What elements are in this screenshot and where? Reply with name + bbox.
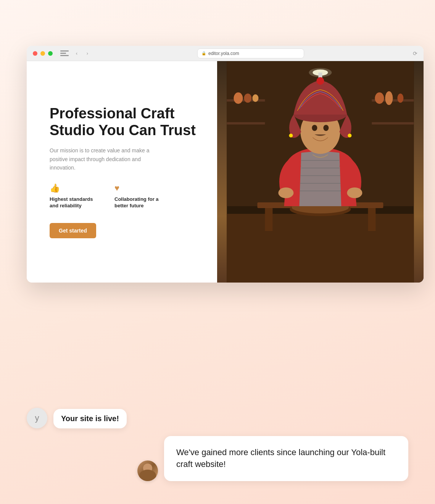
svg-point-11 <box>253 94 259 102</box>
close-button[interactable] <box>33 51 37 56</box>
address-bar-wrap: 🔒 editor.yola.com <box>95 48 407 58</box>
features-row: 👍 Highest standards and reliability ♥ Co… <box>50 183 198 209</box>
forward-button[interactable]: › <box>83 49 92 58</box>
reload-button[interactable]: ⟳ <box>413 50 417 57</box>
svg-point-32 <box>312 125 317 131</box>
browser-window: ‹ › 🔒 editor.yola.com ⟳ Professional Cra… <box>27 46 424 283</box>
svg-point-36 <box>289 134 293 137</box>
pottery-hero-image <box>217 61 424 283</box>
heart-icon: ♥ <box>114 183 164 193</box>
chat-row-2: We've gained more clients since launchin… <box>27 436 408 481</box>
yola-avatar: y <box>27 408 47 428</box>
svg-rect-18 <box>368 208 376 231</box>
chat-section: y Your site is live! We've gained more c… <box>27 408 408 481</box>
thumbs-up-icon: 👍 <box>50 183 99 193</box>
chat-bubble-2-text: We've gained more clients since launchin… <box>176 447 385 469</box>
browser-nav: ‹ › <box>60 49 92 58</box>
url-text: editor.yola.com <box>208 51 239 56</box>
website-left-panel: Professional Craft Studio You Can Trust … <box>27 61 217 283</box>
back-button[interactable]: ‹ <box>72 49 81 58</box>
lock-icon: 🔒 <box>201 51 206 55</box>
svg-point-28 <box>279 187 294 198</box>
svg-point-33 <box>324 125 329 131</box>
minimize-button[interactable] <box>40 51 45 56</box>
get-started-button[interactable]: Get started <box>50 223 96 238</box>
svg-point-29 <box>347 187 362 198</box>
hero-title: Professional Craft Studio You Can Trust <box>50 105 198 139</box>
sidebar-toggle-button[interactable] <box>60 50 69 57</box>
website-right-panel <box>217 61 424 283</box>
svg-point-35 <box>317 77 324 85</box>
address-bar[interactable]: 🔒 editor.yola.com <box>197 48 304 58</box>
svg-point-9 <box>234 92 243 104</box>
browser-titlebar: ‹ › 🔒 editor.yola.com ⟳ <box>27 46 424 61</box>
chat-bubble-1-text: Your site is live! <box>61 414 119 423</box>
svg-rect-17 <box>265 208 273 231</box>
chat-row-1: y Your site is live! <box>27 408 408 428</box>
feature-item-standards: 👍 Highest standards and reliability <box>50 183 99 209</box>
svg-point-37 <box>348 134 352 137</box>
svg-point-14 <box>398 94 404 103</box>
chat-bubble-1: Your site is live! <box>53 409 127 428</box>
svg-point-10 <box>244 94 252 103</box>
svg-rect-15 <box>227 214 414 283</box>
svg-point-4 <box>309 68 332 77</box>
svg-rect-8 <box>372 122 414 124</box>
svg-rect-7 <box>227 122 265 124</box>
svg-point-13 <box>385 91 393 105</box>
pottery-illustration <box>217 61 424 283</box>
hero-description: Our mission is to create value and make … <box>50 146 160 172</box>
svg-point-12 <box>375 92 384 104</box>
feature-label-collaborating: Collaborating for a better future <box>114 196 164 209</box>
website-content: Professional Craft Studio You Can Trust … <box>27 61 424 283</box>
feature-item-collaborating: ♥ Collaborating for a better future <box>114 183 164 209</box>
maximize-button[interactable] <box>48 51 53 56</box>
chat-bubble-2: We've gained more clients since launchin… <box>164 436 408 481</box>
feature-label-standards: Highest standards and reliability <box>50 196 99 209</box>
user-avatar-photo <box>137 460 158 481</box>
